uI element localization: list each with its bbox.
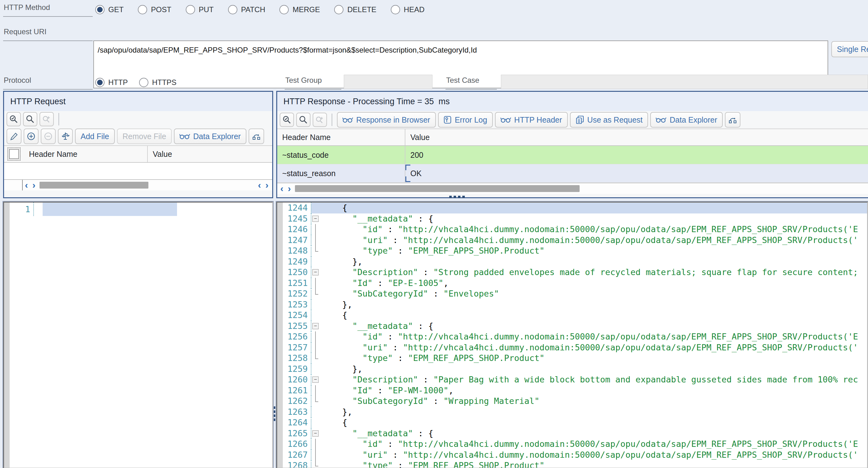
scroll-left-icon[interactable]: ‹ [23, 181, 30, 190]
radio-circle[interactable] [228, 5, 237, 14]
code-text[interactable]: "type" : "EPM_REF_APPS_SHOP.Product" [322, 353, 867, 364]
code-text[interactable]: { [322, 202, 867, 214]
radio-option-https[interactable]: HTTPS [139, 78, 177, 87]
code-text[interactable]: }, [322, 256, 867, 267]
code-text[interactable]: "__metadata" : { [322, 428, 867, 439]
code-text[interactable]: "id" : "http://vhcala4hci.dummy.nodomain… [322, 332, 867, 342]
code-text[interactable]: "Description" : "Paper Bag with a wide b… [322, 374, 867, 385]
code-text[interactable]: { [322, 310, 867, 321]
code-line[interactable]: 1247 "uri" : "http://vhcala4hci.dummy.no… [283, 235, 867, 246]
code-text[interactable]: "Id" : "EP-E-1005", [322, 278, 867, 289]
add-file-button[interactable]: Add File [75, 128, 115, 144]
error-log-button[interactable]: Error Log [438, 112, 493, 128]
fold-collapse-icon[interactable]: − [311, 267, 322, 278]
code-line[interactable]: 1265− "__metadata" : { [283, 428, 867, 439]
radio-option-head[interactable]: HEAD [391, 5, 425, 14]
code-line[interactable]: 1266 "id" : "http://vhcala4hci.dummy.nod… [283, 439, 867, 450]
code-line[interactable]: 1257 "uri" : "http://vhcala4hci.dummy.no… [283, 342, 867, 353]
request-data-explorer-button[interactable]: Data Explorer [174, 128, 246, 144]
code-text[interactable]: "type" : "EPM_REF_APPS_SHOP.Product" [322, 460, 867, 468]
radio-circle[interactable] [138, 5, 147, 14]
code-text[interactable]: "id" : "http://vhcala4hci.dummy.nodomain… [322, 439, 867, 450]
insert-row-button[interactable] [24, 128, 38, 144]
code-text[interactable]: "SubCategoryId" : "Envelopes" [322, 288, 867, 299]
fold-collapse-icon[interactable]: − [311, 374, 322, 385]
code-line[interactable]: 1259 }, [283, 364, 867, 375]
header-name-cell[interactable]: ~status_reason [277, 164, 405, 182]
radio-circle[interactable] [279, 5, 289, 14]
response-header-row[interactable]: ~status_code200 [277, 146, 868, 164]
test-group-input[interactable] [344, 75, 432, 89]
scroll-right-icon[interactable]: › [30, 181, 38, 190]
code-text[interactable]: "id" : "http://vhcala4hci.dummy.nodomain… [322, 224, 867, 235]
code-line[interactable]: 1264 { [283, 417, 867, 428]
code-line[interactable]: 1253 }, [283, 299, 867, 310]
radio-circle[interactable] [95, 78, 104, 87]
radio-circle[interactable] [139, 78, 148, 87]
swap-transform-button[interactable] [249, 128, 264, 144]
header-value-cell[interactable]: OK [405, 164, 868, 182]
code-line[interactable]: 1249 }, [283, 256, 867, 267]
scroll-right-icon[interactable]: › [286, 184, 293, 193]
code-text[interactable]: "Id" : "EP-WM-1000", [322, 385, 867, 396]
find-check-button[interactable] [6, 112, 21, 126]
response-header-row[interactable]: ~status_reasonOK [277, 164, 868, 183]
delete-row-button[interactable] [41, 128, 56, 144]
code-line[interactable]: 1263 }, [283, 407, 867, 417]
code-line[interactable]: 1262 "SubCategoryId" : "Wrapping Materia… [283, 396, 867, 407]
code-text[interactable]: "SubCategoryId" : "Wrapping Material" [322, 396, 867, 407]
code-text[interactable]: "__metadata" : { [322, 321, 867, 332]
scrollbar-thumb[interactable] [295, 185, 580, 192]
edit-pencil-button[interactable] [6, 128, 22, 144]
code-line[interactable]: 1255− "__metadata" : { [283, 321, 867, 332]
code-line[interactable]: 1258 "type" : "EPM_REF_APPS_SHOP.Product… [283, 353, 867, 364]
radio-circle[interactable] [334, 5, 343, 14]
code-line[interactable]: 1261 "Id" : "EP-WM-1000", [283, 385, 867, 396]
code-text[interactable]: }, [322, 299, 867, 310]
use-as-request-button[interactable]: Use as Request [570, 112, 648, 128]
radio-option-post[interactable]: POST [138, 5, 171, 14]
code-line[interactable]: 1267 "uri" : "http://vhcala4hci.dummy.no… [283, 450, 867, 461]
scroll-left-icon[interactable]: ‹ [256, 181, 263, 190]
code-text[interactable]: "uri" : "http://vhcala4hci.dummy.nodomai… [322, 235, 867, 246]
find-next-button[interactable] [39, 112, 54, 126]
fold-collapse-icon[interactable]: − [311, 214, 322, 224]
scrollbar-thumb[interactable] [39, 182, 148, 189]
find-button[interactable] [296, 113, 310, 127]
code-line[interactable]: 1254 { [283, 310, 867, 321]
code-text[interactable]: "uri" : "http://vhcala4hci.dummy.nodomai… [322, 342, 867, 353]
code-line[interactable]: 1256 "id" : "http://vhcala4hci.dummy.nod… [283, 332, 867, 342]
fold-collapse-icon[interactable]: − [311, 321, 322, 332]
swap-transform-button[interactable] [725, 112, 740, 128]
response-body-editor[interactable]: 1244 {1245− "__metadata" : {1246 "id" : … [276, 201, 868, 468]
test-case-input[interactable] [501, 75, 868, 89]
header-name-cell[interactable]: ~status_code [277, 146, 405, 164]
code-line[interactable]: 1260− "Description" : "Paper Bag with a … [283, 374, 867, 385]
code-line[interactable]: 1245− "__metadata" : { [283, 214, 867, 224]
code-text[interactable]: }, [322, 364, 867, 375]
code-line[interactable]: 1268 "type" : "EPM_REF_APPS_SHOP.Product… [283, 460, 867, 468]
find-button[interactable] [23, 112, 37, 126]
single-request-button[interactable]: Single Request [831, 41, 868, 57]
code-line[interactable]: 1 [10, 202, 272, 216]
header-value-cell[interactable]: 200 [405, 146, 868, 164]
response-in-browser-button[interactable]: Response in Browser [337, 112, 436, 128]
radio-option-get[interactable]: GET [95, 5, 124, 14]
code-line[interactable]: 1250− "Description" : "Strong padded env… [283, 267, 867, 278]
fold-collapse-icon[interactable]: − [311, 428, 322, 439]
select-all-checkbox[interactable] [4, 149, 24, 159]
code-line[interactable]: 1244 { [283, 202, 867, 214]
code-line[interactable]: 1248 "type" : "EPM_REF_APPS_SHOP.Product… [283, 246, 867, 256]
http-header-button[interactable]: HTTP Header [495, 112, 568, 128]
code-text[interactable]: "__metadata" : { [322, 214, 867, 224]
code-text[interactable]: "Description" : "Strong padded envelopes… [322, 267, 867, 278]
code-text[interactable]: "type" : "EPM_REF_APPS_SHOP.Product" [322, 246, 867, 256]
radio-option-patch[interactable]: PATCH [228, 5, 266, 14]
remove-file-button[interactable]: Remove File [117, 128, 172, 144]
scroll-left-icon[interactable]: ‹ [277, 184, 286, 193]
radio-circle[interactable] [391, 5, 400, 14]
vertical-splitter-handle[interactable] [273, 406, 275, 421]
code-text[interactable] [34, 202, 272, 216]
request-body-editor[interactable]: 1 [3, 201, 273, 468]
code-line[interactable]: 1246 "id" : "http://vhcala4hci.dummy.nod… [283, 224, 867, 235]
